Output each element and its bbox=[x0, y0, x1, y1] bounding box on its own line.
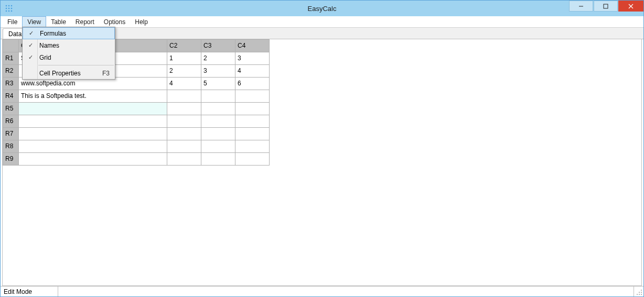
cell-r5-c1[interactable] bbox=[19, 103, 167, 115]
window-title: EasyCalc bbox=[308, 5, 337, 13]
menubar: File View Table Report Options Help bbox=[1, 16, 643, 28]
svg-point-3 bbox=[6, 8, 7, 9]
row-header-r1[interactable]: R1 bbox=[3, 52, 19, 65]
svg-point-7 bbox=[8, 10, 10, 12]
cell-r6-c1[interactable] bbox=[19, 115, 167, 128]
svg-rect-10 bbox=[604, 4, 608, 8]
cell-r9-c1[interactable] bbox=[19, 153, 167, 166]
cell-r7-c1[interactable] bbox=[19, 128, 167, 140]
cell-r1-c4[interactable]: 3 bbox=[235, 52, 270, 65]
svg-point-17 bbox=[639, 294, 640, 295]
cell-r1-c2[interactable]: 1 bbox=[167, 52, 201, 65]
svg-point-8 bbox=[11, 10, 13, 12]
cell-r4-c4[interactable] bbox=[235, 90, 270, 103]
cell-r2-c2[interactable]: 2 bbox=[167, 65, 201, 78]
svg-point-13 bbox=[641, 290, 642, 291]
dropdown-separator bbox=[38, 65, 114, 65]
menu-report[interactable]: Report bbox=[71, 16, 99, 27]
svg-point-1 bbox=[8, 5, 10, 7]
cell-r9-c4[interactable] bbox=[235, 153, 270, 166]
cell-r2-c3[interactable]: 3 bbox=[201, 65, 235, 78]
cell-r2-c4[interactable]: 4 bbox=[235, 65, 270, 78]
view-dropdown: ✓ Formulas ✓ Names ✓ Grid Cell Propertie… bbox=[22, 27, 115, 80]
cell-r5-c3[interactable] bbox=[201, 103, 235, 115]
menu-view[interactable]: View bbox=[22, 16, 46, 27]
cell-r6-c4[interactable] bbox=[235, 115, 270, 128]
svg-point-6 bbox=[6, 10, 7, 12]
col-header-c3[interactable]: C3 bbox=[201, 40, 235, 52]
check-icon: ✓ bbox=[25, 54, 36, 61]
svg-point-14 bbox=[639, 292, 640, 293]
app-window: EasyCalc File View Table Report Options … bbox=[0, 0, 644, 297]
row-header-r5[interactable]: R5 bbox=[3, 103, 19, 115]
cell-r6-c3[interactable] bbox=[201, 115, 235, 128]
dropdown-item-names[interactable]: ✓ Names bbox=[23, 39, 115, 51]
status-mode: Edit Mode bbox=[1, 287, 58, 296]
svg-point-16 bbox=[637, 294, 638, 295]
app-icon bbox=[5, 4, 13, 13]
minimize-button[interactable] bbox=[569, 1, 593, 12]
dropdown-item-cell-properties[interactable]: Cell Properties F3 bbox=[23, 67, 115, 79]
row-header-r7[interactable]: R7 bbox=[3, 128, 19, 140]
dropdown-item-formulas[interactable]: ✓ Formulas bbox=[23, 27, 115, 39]
cell-r4-c2[interactable] bbox=[167, 90, 201, 103]
menu-table[interactable]: Table bbox=[46, 16, 71, 27]
check-icon: ✓ bbox=[25, 42, 36, 49]
row-header-r9[interactable]: R9 bbox=[3, 153, 19, 166]
cell-r5-c2[interactable] bbox=[167, 103, 201, 115]
cell-r8-c1[interactable] bbox=[19, 140, 167, 153]
titlebar[interactable]: EasyCalc bbox=[1, 1, 643, 16]
cell-r4-c1[interactable]: This is a Softpedia test. bbox=[19, 90, 167, 103]
svg-point-4 bbox=[8, 8, 10, 9]
row-header-r8[interactable]: R8 bbox=[3, 140, 19, 153]
col-header-c4[interactable]: C4 bbox=[235, 40, 270, 52]
row-header-r4[interactable]: R4 bbox=[3, 90, 19, 103]
col-header-c2[interactable]: C2 bbox=[167, 40, 201, 52]
cell-r7-c2[interactable] bbox=[167, 128, 201, 140]
cell-r8-c2[interactable] bbox=[167, 140, 201, 153]
cell-r6-c2[interactable] bbox=[167, 115, 201, 128]
statusbar: Edit Mode bbox=[1, 286, 643, 296]
cell-r8-c3[interactable] bbox=[201, 140, 235, 153]
cell-r7-c3[interactable] bbox=[201, 128, 235, 140]
svg-point-2 bbox=[11, 5, 13, 7]
svg-point-5 bbox=[11, 8, 13, 9]
cell-r3-c4[interactable]: 6 bbox=[235, 78, 270, 90]
row-header-r3[interactable]: R3 bbox=[3, 78, 19, 90]
svg-point-0 bbox=[6, 5, 7, 7]
cell-r3-c2[interactable]: 4 bbox=[167, 78, 201, 90]
menu-help[interactable]: Help bbox=[130, 16, 153, 27]
status-empty bbox=[58, 287, 634, 296]
cell-r7-c4[interactable] bbox=[235, 128, 270, 140]
resize-grip-icon[interactable] bbox=[634, 287, 643, 296]
svg-point-18 bbox=[641, 294, 642, 295]
row-header-r2[interactable]: R2 bbox=[3, 65, 19, 78]
corner-cell[interactable] bbox=[3, 40, 19, 52]
menu-options[interactable]: Options bbox=[99, 16, 130, 27]
maximize-button[interactable] bbox=[594, 1, 618, 12]
close-button[interactable] bbox=[618, 1, 643, 12]
menu-file[interactable]: File bbox=[3, 16, 22, 27]
cell-r5-c4[interactable] bbox=[235, 103, 270, 115]
window-buttons bbox=[569, 1, 643, 16]
cell-r9-c2[interactable] bbox=[167, 153, 201, 166]
cell-r8-c4[interactable] bbox=[235, 140, 270, 153]
cell-r4-c3[interactable] bbox=[201, 90, 235, 103]
cell-r3-c3[interactable]: 5 bbox=[201, 78, 235, 90]
check-icon: ✓ bbox=[25, 30, 37, 37]
cell-r9-c3[interactable] bbox=[201, 153, 235, 166]
cell-r1-c3[interactable]: 2 bbox=[201, 52, 235, 65]
svg-point-15 bbox=[641, 292, 642, 293]
row-header-r6[interactable]: R6 bbox=[3, 115, 19, 128]
dropdown-item-grid[interactable]: ✓ Grid bbox=[23, 51, 115, 63]
